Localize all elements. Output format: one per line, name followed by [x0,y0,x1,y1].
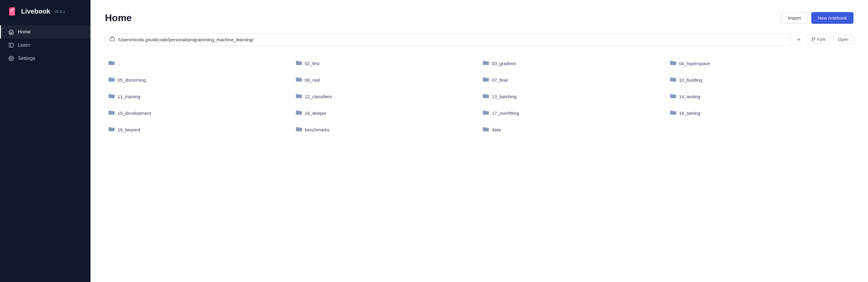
folder-icon [108,126,115,133]
folder-icon [296,93,302,100]
sidebar-item-learn[interactable]: Learn [0,39,91,52]
settings-icon [8,56,14,62]
file-name: 03_gradient [492,61,516,66]
header-buttons: Import New notebook [781,12,854,24]
file-name: 17_overfitting [492,111,519,116]
logo-version: v0.8.1 [55,9,65,14]
folder-icon [108,60,115,67]
file-item[interactable]: 11_training [105,88,292,105]
file-item[interactable]: 17_overfitting [479,105,666,121]
file-item[interactable]: 04_hyperspace [666,55,854,72]
home-icon [8,29,14,35]
folder-icon [108,110,115,116]
main-header: Home Import New notebook [105,12,854,24]
file-grid: .. 02_first 03_gradient 04_hyperspace [105,55,854,138]
folder-icon [483,126,489,133]
file-name: 11_training [118,94,140,99]
folder-icon [483,76,489,83]
folder-icon [296,126,302,133]
svg-rect-3 [10,10,13,11]
sidebar-nav: Home Learn Settings [0,25,91,65]
file-item[interactable]: 03_gradient [479,55,666,72]
file-item[interactable]: 16_deeper [292,105,479,121]
folder-icon [483,110,489,116]
svg-rect-5 [9,43,13,47]
sidebar-item-learn-label: Learn [18,42,30,48]
folder-icon [483,93,489,100]
file-name: 06_real [305,77,320,82]
livebook-logo-icon [7,6,18,17]
folder-icon [670,110,676,116]
folder-icon [483,60,489,67]
folder-icon [296,110,302,116]
sidebar-item-home-label: Home [18,29,31,35]
folder-icon [296,76,302,83]
folder-icon [670,60,676,67]
sidebar: Livebook v0.8.1 Home Learn [0,0,91,282]
file-item[interactable]: 13_batching [479,88,666,105]
file-item[interactable]: .. [105,55,292,72]
file-name: benchmarks [305,127,330,132]
file-name: data [492,127,501,132]
folder-open-icon [110,36,115,43]
folder-icon [670,76,676,83]
file-name: 04_hyperspace [679,61,710,66]
file-item[interactable]: data [479,121,666,138]
file-name: 10_building [679,77,703,82]
page-title: Home [105,12,132,24]
new-notebook-button[interactable]: New notebook [811,12,854,24]
file-item[interactable]: 12_classifiers [292,88,479,105]
file-item[interactable]: 19_beyond [105,121,292,138]
file-name: .. [118,61,120,66]
file-item[interactable]: 07_final [479,72,666,88]
path-bar: + Fork Open [105,33,854,45]
file-name: 12_classifiers [305,94,332,99]
svg-rect-8 [110,38,115,41]
book-icon [8,42,14,48]
fork-button[interactable]: Fork [806,35,831,45]
path-actions: + Fork Open [794,35,854,45]
file-name: 18_taming [679,111,700,116]
logo-name: Livebook [21,7,50,15]
file-name: 16_deeper [305,111,327,116]
file-name: 07_final [492,77,508,82]
fork-label: Fork [817,37,826,42]
file-name: 05_discerning [118,77,146,82]
svg-rect-1 [10,8,14,15]
folder-icon [296,60,302,67]
file-item[interactable]: 10_building [666,72,854,88]
file-item[interactable]: 18_taming [666,105,854,121]
main-content: Home Import New notebook + [91,0,868,282]
svg-rect-2 [10,9,14,10]
fork-icon [811,37,815,42]
sidebar-item-home[interactable]: Home [0,25,91,39]
add-path-button[interactable]: + [794,35,804,44]
sidebar-item-settings[interactable]: Settings [0,52,91,65]
open-button[interactable]: Open [833,35,854,44]
file-name: 15_development [118,111,151,116]
folder-icon [670,93,676,100]
file-name: 19_beyond [118,127,140,132]
file-name: 14_testing [679,94,700,99]
sidebar-item-settings-label: Settings [18,56,35,61]
file-item[interactable]: 05_discerning [105,72,292,88]
file-item[interactable]: benchmarks [292,121,479,138]
file-item[interactable]: 02_first [292,55,479,72]
svg-point-7 [10,58,12,59]
file-item[interactable]: 15_development [105,105,292,121]
folder-icon [108,93,115,100]
file-item[interactable]: 14_testing [666,88,854,105]
folder-icon [108,76,115,83]
path-input[interactable] [118,37,786,42]
file-name: 02_first [305,61,320,66]
file-item[interactable]: 06_real [292,72,479,88]
import-button[interactable]: Import [781,12,808,24]
logo-area: Livebook v0.8.1 [0,0,91,23]
path-bar-inner [105,33,791,45]
file-name: 13_batching [492,94,517,99]
